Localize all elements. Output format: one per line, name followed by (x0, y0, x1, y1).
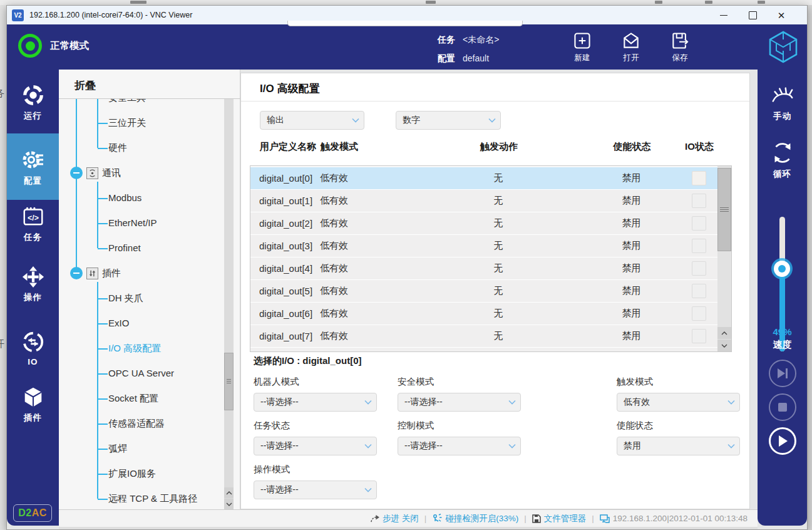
table-row[interactable]: digital_out[2]低有效无禁用 (250, 212, 717, 235)
io-state-checkbox[interactable] (692, 306, 706, 321)
tree-item[interactable]: 弧焊 (98, 442, 127, 455)
table-row[interactable]: digital_out[6]低有效无禁用 (250, 303, 717, 325)
scroll-down-button[interactable] (224, 499, 234, 509)
tree-item[interactable]: 三位开关 (98, 116, 146, 130)
open-button[interactable]: 打开 (607, 27, 655, 67)
io-state-checkbox[interactable] (692, 261, 706, 276)
table-row[interactable]: digital_out[5]低有效无禁用 (250, 280, 717, 303)
table-row[interactable]: digital_out[0]低有效无禁用 (250, 167, 717, 190)
loop-mode-button[interactable]: 循环 (758, 140, 807, 180)
io-type-select[interactable]: 数字 (396, 111, 501, 130)
sidebar-item-operate[interactable]: 操作 (7, 265, 59, 303)
sidebar-item-config[interactable]: 配置 (7, 133, 59, 200)
robot-mode-select[interactable]: --请选择-- (254, 393, 377, 412)
collision-detection-status[interactable]: 碰撞检测开启(33%) (432, 513, 518, 524)
page-title: I/O 高级配置 (260, 81, 319, 96)
io-state-checkbox[interactable] (692, 194, 706, 208)
io-state-checkbox[interactable] (692, 284, 706, 298)
safety-mode-select[interactable]: --请选择-- (398, 393, 521, 412)
manual-mode-button[interactable]: 手动 (758, 83, 807, 122)
tree-item[interactable]: EtherNet/IP (98, 216, 157, 230)
scroll-up-button[interactable] (224, 487, 234, 498)
tree-item[interactable]: Socket 配置 (98, 392, 158, 405)
table-scrollbar[interactable] (717, 166, 731, 351)
table-row[interactable]: digital_out[3]低有效无禁用 (250, 235, 717, 257)
tree-item[interactable]: 扩展IO服务 (98, 467, 156, 481)
field-label: 控制模式 (398, 420, 434, 432)
tree-item[interactable]: ExIO (98, 316, 129, 330)
step-forward-button[interactable] (769, 360, 796, 387)
control-mode-select[interactable]: --请选择-- (398, 437, 521, 455)
minimize-button[interactable] (709, 6, 738, 24)
tree-item[interactable]: Profinet (98, 241, 141, 255)
close-button[interactable]: ✕ (767, 6, 796, 24)
io-state-checkbox[interactable] (692, 171, 706, 185)
table-row[interactable]: digital_out[8]低有效无禁用 (250, 348, 717, 352)
left-sidebar: 运行 配置 </> 任务 操作 IO (7, 70, 59, 526)
selected-io-label: 选择的I/O : digital_out[0] (254, 355, 362, 367)
tree-item-comms[interactable]: 通讯 (70, 166, 121, 180)
sidebar-item-label: 运行 (24, 110, 42, 122)
table-scrollbar-thumb[interactable] (717, 168, 731, 251)
new-button-label: 新建 (575, 53, 590, 63)
tree-item[interactable]: OPC UA Server (98, 366, 174, 380)
sidebar-item-run[interactable]: 运行 (7, 83, 59, 122)
collapse-node-icon[interactable] (70, 267, 83, 279)
robot-mode-indicator[interactable]: 正常模式 (18, 34, 89, 58)
task-state-select[interactable]: --请选择-- (254, 437, 377, 455)
tree-scrollbar[interactable] (224, 99, 234, 509)
scroll-up-button[interactable] (717, 327, 731, 339)
step-status[interactable]: 步进 关闭 (370, 513, 419, 524)
new-button[interactable]: 新建 (558, 27, 607, 67)
file-manager-button[interactable]: 文件管理器 (532, 513, 587, 524)
tree-item-plugins[interactable]: 插件 (70, 266, 121, 280)
speed-slider-thumb[interactable] (774, 261, 790, 277)
sidebar-item-label: 任务 (24, 232, 42, 243)
stop-icon (778, 402, 788, 412)
sidebar-item-io[interactable]: IO (7, 330, 59, 366)
config-label: 配置 (438, 53, 455, 63)
desktop-artifact (705, 1, 712, 4)
io-state-checkbox[interactable] (692, 216, 706, 231)
minimize-icon (720, 15, 727, 16)
play-button[interactable] (769, 427, 796, 455)
io-state-checkbox[interactable] (692, 329, 706, 343)
mode-label: 正常模式 (50, 39, 89, 53)
operation-mode-select[interactable]: --请选择-- (254, 481, 377, 499)
network-monitor-icon (600, 514, 610, 523)
collapse-node-icon[interactable] (70, 167, 83, 179)
hand-icon (769, 83, 796, 108)
play-icon (777, 435, 788, 447)
tree-item[interactable]: 传感器适配器 (98, 417, 165, 430)
maximize-button[interactable] (738, 6, 767, 24)
tree-item[interactable]: Modbus (98, 191, 141, 205)
table-row[interactable]: digital_out[4]低有效无禁用 (250, 257, 717, 280)
vnc-toolbar-handle[interactable] (287, 21, 523, 26)
tree-item[interactable]: 安全工具 (98, 99, 146, 105)
tree-item-io-advanced[interactable]: I/O 高级配置 (98, 341, 161, 355)
tree-item[interactable]: 远程 TCP & 工具路径 (98, 492, 197, 506)
tree-item[interactable]: DH 夹爪 (98, 291, 143, 305)
save-button[interactable]: 保存 (655, 27, 704, 67)
table-header-row: 用户定义名称 触发模式 触发动作 使能状态 IO状态 (251, 141, 718, 153)
sidebar-item-plugin[interactable]: 插件 (7, 385, 59, 423)
io-direction-select[interactable]: 输出 (260, 111, 364, 130)
field-label: 安全模式 (398, 376, 434, 388)
tree-item[interactable]: 硬件 (98, 141, 127, 155)
scroll-down-button[interactable] (717, 340, 731, 351)
io-state-checkbox[interactable] (692, 239, 706, 253)
table-row[interactable]: digital_out[1]低有效无禁用 (250, 190, 717, 212)
trigger-mode-select[interactable]: 低有效 (617, 393, 740, 412)
field-label: 机器人模式 (254, 376, 299, 388)
field-label: 使能状态 (617, 420, 653, 432)
chevron-down-icon (508, 444, 516, 449)
chevron-down-icon (727, 444, 735, 449)
desktop-artifact: 务 (0, 88, 4, 100)
collapse-header[interactable]: 折叠 (75, 78, 96, 93)
stop-button[interactable] (769, 393, 796, 421)
enable-state-select[interactable]: 禁用 (617, 437, 740, 455)
tree-scrollbar-thumb[interactable] (224, 353, 234, 410)
table-row[interactable]: digital_out[7]低有效无禁用 (250, 325, 717, 348)
sidebar-item-task[interactable]: </> 任务 (7, 205, 59, 243)
io-state-checkbox[interactable] (692, 351, 706, 352)
